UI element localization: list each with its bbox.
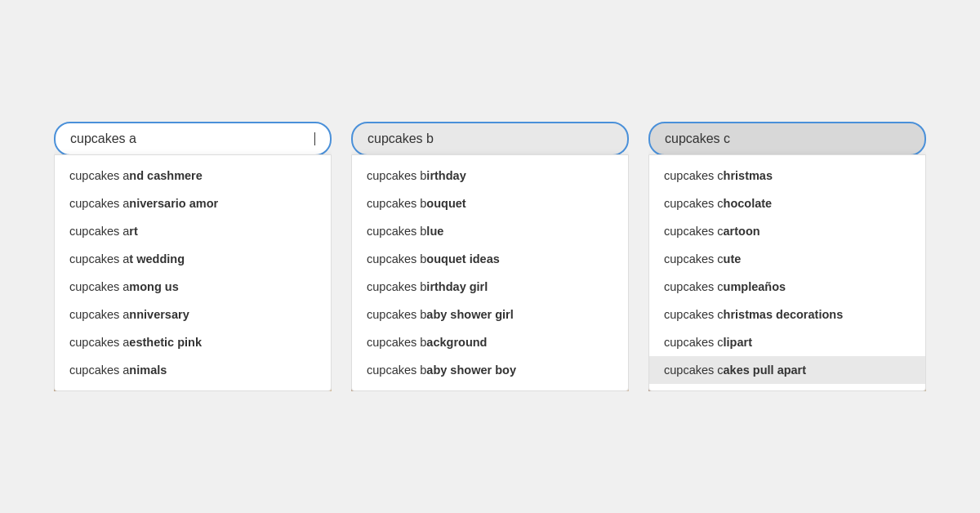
search-input-wrapper-a[interactable] bbox=[54, 122, 332, 156]
suggestion-c-8[interactable]: cupcakes cakes pull apart bbox=[649, 356, 925, 384]
suggestion-b-4[interactable]: cupcakes bouquet ideas bbox=[352, 245, 628, 273]
suggestion-c-1[interactable]: cupcakes christmas bbox=[649, 162, 925, 190]
search-panel-a: cupcakes and cashmere cupcakes aniversar… bbox=[54, 122, 332, 391]
suggestion-c-4[interactable]: cupcakes cute bbox=[649, 245, 925, 273]
cursor-a bbox=[314, 132, 315, 145]
suggestion-c-2[interactable]: cupcakes chocolate bbox=[649, 190, 925, 217]
suggestion-a-3[interactable]: cupcakes art bbox=[55, 217, 331, 245]
search-input-wrapper-c[interactable] bbox=[648, 122, 926, 156]
search-input-c[interactable] bbox=[665, 132, 910, 146]
suggestion-c-7[interactable]: cupcakes clipart bbox=[649, 328, 925, 356]
dropdown-b: cupcakes birthday cupcakes bouquet cupca… bbox=[351, 154, 629, 391]
dropdown-c: cupcakes christmas cupcakes chocolate cu… bbox=[648, 154, 926, 391]
suggestion-a-4[interactable]: cupcakes at wedding bbox=[55, 245, 331, 273]
search-panel-b: cupcakes birthday cupcakes bouquet cupca… bbox=[351, 122, 629, 391]
suggestion-b-3[interactable]: cupcakes blue bbox=[352, 217, 628, 245]
search-input-b[interactable] bbox=[368, 132, 612, 146]
suggestion-c-6[interactable]: cupcakes christmas decorations bbox=[649, 301, 925, 328]
suggestion-c-5[interactable]: cupcakes cumpleaños bbox=[649, 273, 925, 301]
suggestion-b-2[interactable]: cupcakes bouquet bbox=[352, 190, 628, 217]
search-input-a[interactable] bbox=[70, 132, 314, 146]
suggestion-b-8[interactable]: cupcakes baby shower boy bbox=[352, 356, 628, 384]
suggestion-b-7[interactable]: cupcakes background bbox=[352, 328, 628, 356]
search-panel-c: cupcakes christmas cupcakes chocolate cu… bbox=[648, 122, 926, 391]
suggestion-a-8[interactable]: cupcakes animals bbox=[55, 356, 331, 384]
search-input-wrapper-b[interactable] bbox=[351, 122, 629, 156]
suggestion-a-5[interactable]: cupcakes among us bbox=[55, 273, 331, 301]
suggestion-b-5[interactable]: cupcakes birthday girl bbox=[352, 273, 628, 301]
suggestion-a-6[interactable]: cupcakes anniversary bbox=[55, 301, 331, 328]
main-container: cupcakes and cashmere cupcakes aniversar… bbox=[29, 89, 951, 424]
suggestion-b-6[interactable]: cupcakes baby shower girl bbox=[352, 301, 628, 328]
suggestion-b-1[interactable]: cupcakes birthday bbox=[352, 162, 628, 190]
suggestion-c-3[interactable]: cupcakes cartoon bbox=[649, 217, 925, 245]
suggestion-a-1[interactable]: cupcakes and cashmere bbox=[55, 162, 331, 190]
suggestion-a-2[interactable]: cupcakes aniversario amor bbox=[55, 190, 331, 217]
dropdown-a: cupcakes and cashmere cupcakes aniversar… bbox=[54, 154, 332, 391]
suggestion-a-7[interactable]: cupcakes aesthetic pink bbox=[55, 328, 331, 356]
